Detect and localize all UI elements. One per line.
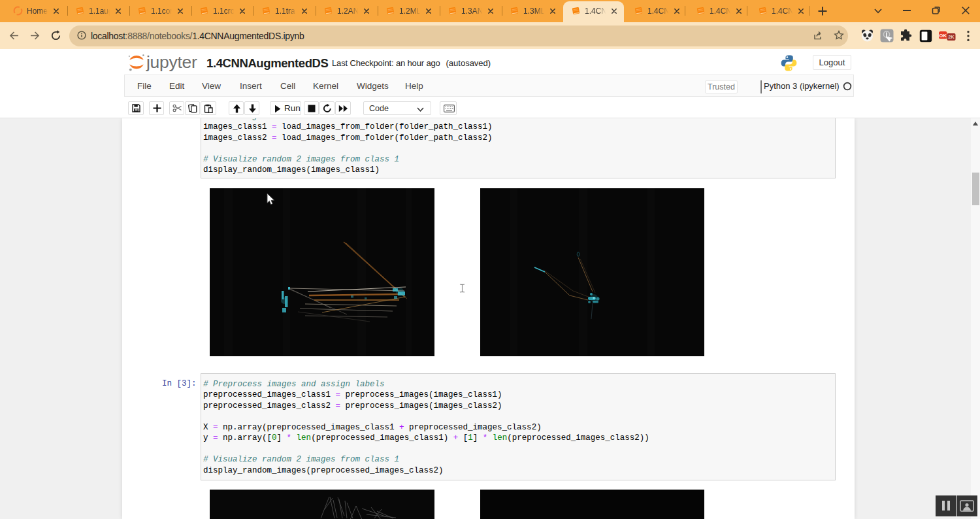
svg-text:OK: OK bbox=[939, 33, 947, 39]
svg-text:2K: 2K bbox=[948, 34, 955, 40]
